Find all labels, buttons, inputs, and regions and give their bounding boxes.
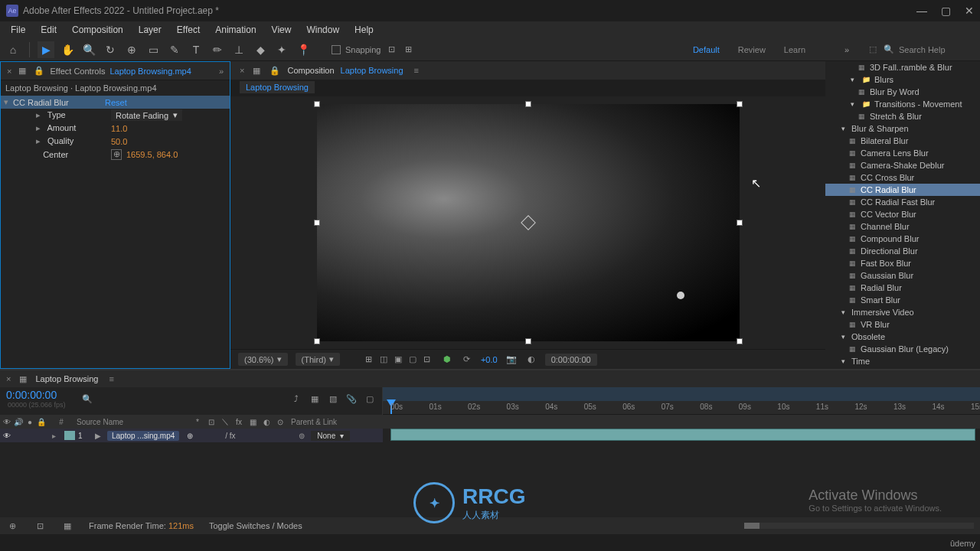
preview-timecode[interactable]: 0:00:00:00 — [545, 354, 597, 366]
viewer-content[interactable] — [317, 104, 740, 341]
menu-help[interactable]: Help — [348, 23, 380, 37]
search-help[interactable]: 🔍 Search Help — [884, 44, 975, 54]
menu-animation[interactable]: Animation — [209, 23, 262, 37]
switch-icon[interactable]: fx — [233, 416, 245, 428]
switch-icon[interactable]: ⊙ — [274, 416, 286, 428]
twirl-icon[interactable]: ▸ — [36, 123, 45, 133]
pickwhip-icon[interactable]: ⊚ — [296, 429, 308, 442]
rect-tool-icon[interactable]: ▭ — [145, 41, 162, 58]
panel-project-icon[interactable]: ▦ — [16, 65, 28, 77]
audio-column-icon[interactable]: 🔊 — [14, 416, 23, 428]
grid-icon[interactable]: ⊡ — [421, 354, 433, 366]
twirl-icon[interactable]: ▾ — [847, 99, 858, 109]
zoom-tool-icon[interactable]: 🔍 — [80, 41, 97, 58]
layer-color-label[interactable] — [64, 431, 75, 440]
clone-tool-icon[interactable]: ⊥ — [230, 41, 247, 58]
twirl-icon[interactable]: ▾ — [838, 308, 848, 317]
folder-row[interactable]: ▾📁Transitions - Movement — [825, 98, 980, 110]
channel-icon[interactable]: ⬢ — [441, 354, 453, 366]
exposure-value[interactable]: +0.0 — [481, 355, 498, 364]
brush-tool-icon[interactable]: ✏ — [209, 41, 226, 58]
category-row[interactable]: ▾Immersive Video — [825, 306, 980, 318]
menu-window[interactable]: Window — [300, 23, 345, 37]
twirl-icon[interactable]: ▾ — [4, 97, 13, 107]
search-icon[interactable]: 🔍 — [81, 393, 93, 405]
bbox-handle[interactable] — [737, 338, 743, 344]
time-navigator[interactable] — [744, 523, 974, 529]
anchor-tool-icon[interactable]: ⊕ — [123, 41, 140, 58]
effect-item[interactable]: ▦Blur By Word — [825, 86, 980, 98]
switch-icon[interactable]: ▦ — [247, 416, 259, 428]
snap-option2-icon[interactable]: ⊞ — [403, 44, 415, 56]
prop-center-value[interactable]: 1659.5, 864.0 — [126, 150, 178, 159]
effect-name[interactable]: CC Radial Blur — [13, 98, 105, 107]
effect-item[interactable]: ▦Channel Blur — [825, 220, 980, 233]
prop-type-dropdown[interactable]: Rotate Fading ▾ — [111, 109, 182, 121]
minimize-button[interactable]: — — [916, 5, 927, 17]
switch-value[interactable]: ⊕ — [187, 432, 196, 440]
panel-overflow-icon[interactable]: » — [219, 67, 224, 76]
toggle-icon[interactable]: ▦ — [61, 520, 74, 532]
resolution-select[interactable]: (Third) ▾ — [296, 353, 340, 366]
toggle-icon[interactable]: ⊕ — [6, 520, 18, 532]
shy-icon[interactable]: ⤴ — [290, 393, 302, 405]
effect-center-marker[interactable] — [677, 292, 684, 299]
title-safe-icon[interactable]: ▢ — [407, 354, 419, 366]
twirl-icon[interactable]: ▸ — [36, 110, 45, 120]
effect-item[interactable]: ▦Bilateral Blur — [825, 135, 980, 147]
snapping-checkbox[interactable] — [332, 45, 341, 54]
prop-amount-value[interactable]: 11.0 — [111, 124, 127, 133]
panel-lock-icon[interactable]: 🔒 — [269, 64, 281, 77]
maximize-button[interactable]: ▢ — [941, 5, 951, 17]
effect-item[interactable]: ▦Gaussian Blur — [825, 269, 980, 282]
effect-item[interactable]: ▦CC Cross Blur — [825, 171, 980, 184]
panel-close-icon[interactable]: × — [6, 374, 11, 383]
menu-layer[interactable]: Layer — [132, 23, 168, 37]
frame-blend-icon[interactable]: ▦ — [309, 393, 321, 405]
crosshair-icon[interactable]: ⊕ — [111, 149, 122, 160]
panel-lock-icon[interactable]: 🔒 — [33, 65, 45, 77]
category-row[interactable]: ▾Time — [825, 355, 980, 367]
time-ruler[interactable]: 00s01s02s03s04s05s06s07s08s09s10s11s12s1… — [383, 401, 980, 415]
bbox-handle[interactable] — [525, 338, 531, 344]
selection-tool-icon[interactable]: ▶ — [38, 41, 54, 58]
panel-menu-icon[interactable]: ≡ — [109, 374, 113, 383]
twirl-icon[interactable]: ▾ — [838, 124, 848, 133]
reset-exposure-icon[interactable]: ⟳ — [461, 354, 473, 366]
toggle-icon[interactable]: ⊡ — [34, 520, 46, 532]
parent-dropdown[interactable]: None▾ — [311, 431, 350, 441]
source-name-column[interactable]: Source Name — [77, 418, 191, 426]
prop-quality-value[interactable]: 50.0 — [111, 137, 127, 146]
menu-edit[interactable]: Edit — [34, 23, 63, 37]
layer-duration-bar[interactable] — [390, 429, 975, 441]
layer-name[interactable]: Laptop ...sing.mp4 — [107, 431, 179, 441]
bbox-handle[interactable] — [737, 101, 743, 107]
panel-menu-icon[interactable]: ≡ — [414, 66, 419, 75]
text-tool-icon[interactable]: T — [188, 41, 204, 58]
category-row[interactable]: ▾Obsolete — [825, 331, 980, 343]
effect-item[interactable]: ▦Camera Lens Blur — [825, 147, 980, 159]
effect-item[interactable]: ▦CC Radial Fast Blur — [825, 196, 980, 208]
effect-item[interactable]: ▦Smart Blur — [825, 294, 980, 306]
effect-reset[interactable]: Reset — [105, 98, 127, 107]
bbox-handle[interactable] — [314, 220, 320, 226]
menu-composition[interactable]: Composition — [66, 23, 129, 37]
effect-item[interactable]: ▦Fast Box Blur — [825, 257, 980, 269]
region-icon[interactable]: ▣ — [392, 354, 404, 366]
twirl-icon[interactable]: ▾ — [838, 332, 848, 341]
composition-viewer[interactable]: ↖ — [230, 96, 825, 349]
roto-tool-icon[interactable]: ✦ — [273, 41, 290, 58]
twirl-icon[interactable]: ▸ — [52, 432, 61, 440]
snap-option-icon[interactable]: ⊡ — [386, 44, 398, 56]
transparency-grid-icon[interactable]: ⊞ — [363, 354, 375, 366]
bbox-handle[interactable] — [314, 338, 320, 344]
switch-icon[interactable]: ◐ — [260, 416, 273, 428]
effect-item[interactable]: ▦Directional Blur — [825, 245, 980, 257]
home-icon[interactable]: ⌂ — [5, 41, 21, 58]
pen-tool-icon[interactable]: ✎ — [166, 41, 183, 58]
workspace-review[interactable]: Review — [738, 42, 766, 57]
graph-icon[interactable]: 📎 — [345, 393, 358, 405]
bbox-handle[interactable] — [314, 101, 320, 107]
effect-item[interactable]: ▦Camera-Shake Deblur — [825, 159, 980, 171]
effect-item[interactable]: ▦Compound Blur — [825, 233, 980, 245]
